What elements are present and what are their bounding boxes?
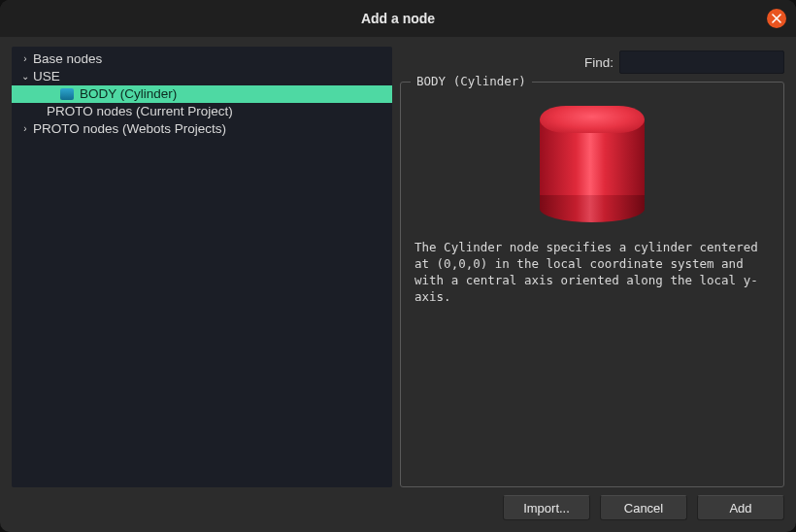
chevron-down-icon[interactable]: ⌄ [19,68,31,85]
window-title: Add a node [361,11,435,26]
find-label: Find: [584,55,614,70]
add-button[interactable]: Add [697,495,784,520]
detail-legend: BODY (Cylinder) [411,74,532,88]
right-pane: Find: BODY (Cylinder) The Cylinder node … [400,47,784,487]
tree-item[interactable]: ›PROTO nodes (Webots Projects) [12,120,392,138]
import-button[interactable]: Import... [503,495,590,520]
chevron-right-icon[interactable]: › [19,120,31,138]
close-icon [772,14,781,23]
node-icon [60,88,74,100]
tree-item-label: BODY (Cylinder) [80,85,177,103]
tree-item-label: PROTO nodes (Webots Projects) [33,120,226,138]
node-tree[interactable]: ›Base nodes⌄USEBODY (Cylinder)PROTO node… [12,47,392,487]
find-row: Find: [400,49,784,76]
node-description: The Cylinder node specifies a cylinder c… [415,240,770,306]
tree-item-label: PROTO nodes (Current Project) [47,103,233,120]
tree-item-selected[interactable]: BODY (Cylinder) [12,85,392,103]
tree-item-label: USE [33,68,60,85]
tree-item[interactable]: PROTO nodes (Current Project) [12,103,392,120]
cylinder-icon [540,106,645,222]
tree-item-label: Base nodes [33,50,102,68]
tree-item[interactable]: ⌄USE [12,68,392,85]
dialog-footer: Import... Cancel Add [0,493,796,532]
detail-panel: BODY (Cylinder) The Cylinder node specif… [400,82,784,487]
window-close-button[interactable] [767,9,786,28]
node-preview [415,106,770,222]
find-input[interactable] [619,50,784,74]
chevron-right-icon[interactable]: › [19,50,31,68]
tree-item[interactable]: ›Base nodes [12,50,392,68]
dialog-window: Add a node ›Base nodes⌄USEBODY (Cylinder… [0,0,796,532]
titlebar: Add a node [0,0,796,37]
cancel-button[interactable]: Cancel [600,495,687,520]
dialog-body: ›Base nodes⌄USEBODY (Cylinder)PROTO node… [0,37,796,493]
